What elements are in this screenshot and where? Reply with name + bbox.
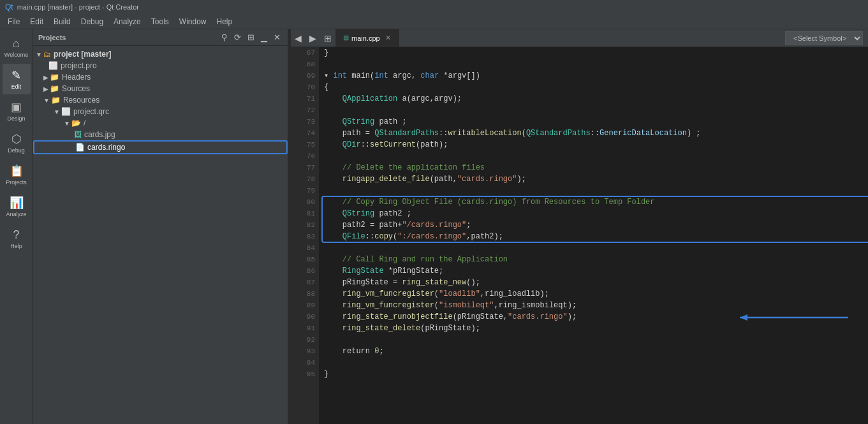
- code-line-85: // Call Ring and run the Application: [324, 254, 863, 265]
- sync-btn[interactable]: ⟳: [232, 32, 243, 43]
- edit-icon: ✎: [11, 68, 21, 82]
- debug-icon: ⬡: [11, 132, 22, 146]
- mode-help[interactable]: ? Help: [3, 223, 31, 254]
- main-layout: ⌂ Welcome ✎ Edit ▣ Design ⬡ Debug 📋 Proj…: [0, 29, 868, 424]
- mode-projects[interactable]: 📋 Projects: [3, 159, 31, 190]
- code-line-72: [324, 105, 863, 116]
- line-number-81: 81: [295, 208, 315, 219]
- minimize-btn[interactable]: ▁: [259, 32, 269, 43]
- code-line-67: }: [324, 47, 863, 59]
- slash-folder-icon: 📂: [71, 119, 81, 128]
- code-editor: 6768697071727374757677787980818283848586…: [291, 47, 868, 424]
- expand-arrow-slash: ▼: [64, 120, 70, 127]
- tree-item-resources[interactable]: ▼ 📁 Resources: [33, 94, 288, 106]
- tab-label-main-cpp: main.cpp: [351, 34, 380, 42]
- expand-arrow-resources: ▼: [43, 97, 50, 104]
- menu-build[interactable]: Build: [48, 16, 76, 27]
- tree-label-project-pro: project.pro: [61, 61, 97, 70]
- mode-design[interactable]: ▣ Design: [3, 96, 31, 126]
- tree-item-project-qrc[interactable]: ▼ ⬜ project.qrc: [33, 106, 288, 117]
- code-line-94: [324, 357, 863, 369]
- mode-help-label: Help: [10, 243, 22, 249]
- mode-sidebar: ⌂ Welcome ✎ Edit ▣ Design ⬡ Debug 📋 Proj…: [0, 29, 33, 424]
- code-wrapper[interactable]: } ▾ int main(int argc, char *argv[]){ QA…: [319, 47, 868, 424]
- tree-item-project-pro[interactable]: ⬜ project.pro: [33, 60, 288, 71]
- sources-folder-icon: 📁: [50, 84, 59, 93]
- code-line-89: ring_vm_funcregister("ismobileqt",ring_i…: [324, 300, 863, 311]
- pro-file-icon: ⬜: [48, 61, 58, 70]
- tree-label-sources: Sources: [62, 84, 90, 93]
- line-number-88: 88: [295, 288, 315, 300]
- nav-split-btn[interactable]: ⊞: [320, 31, 335, 46]
- tree-item-sources[interactable]: ▶ 📁 Sources: [33, 83, 288, 94]
- mode-welcome[interactable]: ⌂ Welcome: [3, 32, 31, 62]
- menu-tools[interactable]: Tools: [146, 16, 174, 27]
- menu-window[interactable]: Window: [174, 16, 212, 27]
- line-number-86: 86: [295, 265, 315, 277]
- tab-bar: ◀ ▶ ⊞ ⊞ main.cpp ✕ <Select Symbol>: [291, 29, 868, 47]
- line-number-91: 91: [295, 323, 315, 334]
- mode-welcome-label: Welcome: [4, 52, 28, 58]
- tab-main-cpp[interactable]: ⊞ main.cpp ✕: [335, 29, 399, 47]
- welcome-icon: ⌂: [13, 37, 20, 50]
- tree-item-cards-ringo[interactable]: 📄 cards.ringo: [33, 140, 288, 154]
- mode-edit-label: Edit: [11, 84, 22, 90]
- nav-forward-btn[interactable]: ▶: [305, 31, 320, 46]
- menu-file[interactable]: File: [3, 16, 25, 27]
- code-line-75: QDir::setCurrent(path);: [324, 139, 863, 150]
- menu-debug[interactable]: Debug: [76, 16, 108, 27]
- code-line-95: }: [324, 369, 863, 380]
- tree-item-cards-jpg[interactable]: 🖼 cards.jpg: [33, 129, 288, 140]
- code-line-71: QApplication a(argc,argv);: [324, 93, 863, 105]
- tab-close-btn[interactable]: ✕: [385, 34, 391, 42]
- line-number-79: 79: [295, 185, 315, 196]
- code-line-87: pRingState = ring_state_new();: [324, 277, 863, 288]
- tree-item-slash[interactable]: ▼ 📂 /: [33, 117, 288, 129]
- mode-debug[interactable]: ⬡ Debug: [3, 128, 31, 158]
- code-line-84: [324, 242, 863, 254]
- menu-help[interactable]: Help: [212, 16, 238, 27]
- tree-item-project-root[interactable]: ▼ 🗂 project [master]: [33, 48, 288, 60]
- tree-label-headers: Headers: [62, 73, 91, 82]
- mode-edit[interactable]: ✎ Edit: [3, 64, 31, 94]
- line-number-89: 89: [295, 300, 315, 311]
- expand-arrow-headers: ▶: [43, 74, 48, 81]
- tree-label-cards-ringo: cards.ringo: [87, 143, 125, 152]
- panel-title: Projects: [38, 34, 66, 41]
- close-panel-btn[interactable]: ✕: [272, 32, 283, 43]
- menu-edit[interactable]: Edit: [25, 16, 48, 27]
- analyze-icon: 📊: [10, 196, 24, 210]
- code-line-70: {: [324, 82, 863, 93]
- line-number-67: 67: [295, 47, 315, 59]
- expand-arrow-sources: ▶: [43, 85, 48, 92]
- split-btn[interactable]: ⊞: [246, 32, 256, 43]
- tree-item-headers[interactable]: ▶ 📁 Headers: [33, 71, 288, 83]
- code-line-88: ring_vm_funcregister("loadlib",ring_load…: [324, 288, 863, 300]
- editor-area: ◀ ▶ ⊞ ⊞ main.cpp ✕ <Select Symbol> 67686…: [291, 29, 868, 424]
- line-number-77: 77: [295, 162, 315, 173]
- menu-analyze[interactable]: Analyze: [108, 16, 146, 27]
- line-number-82: 82: [295, 219, 315, 231]
- line-number-71: 71: [295, 93, 315, 105]
- window-title: main.cpp [master] - project - Qt Creator: [17, 3, 139, 11]
- expand-arrow-qrc: ▼: [54, 108, 60, 115]
- tree-label-resources: Resources: [63, 96, 99, 105]
- menu-bar: File Edit Build Debug Analyze Tools Wind…: [0, 14, 868, 29]
- app-icon: Qt: [5, 3, 13, 11]
- headers-folder-icon: 📁: [50, 73, 59, 82]
- filter-btn[interactable]: ⚲: [219, 32, 230, 43]
- line-number-74: 74: [295, 128, 315, 139]
- line-number-76: 76: [295, 150, 315, 162]
- code-line-69: ▾ int main(int argc, char *argv[]): [324, 70, 863, 82]
- code-content[interactable]: } ▾ int main(int argc, char *argv[]){ QA…: [319, 47, 868, 380]
- tree-label-project-qrc: project.qrc: [73, 107, 109, 116]
- code-line-76: [324, 150, 863, 162]
- line-number-80: 80: [295, 196, 315, 208]
- nav-back-btn[interactable]: ◀: [291, 31, 305, 46]
- resources-folder-icon: 📁: [51, 96, 61, 105]
- symbol-select[interactable]: <Select Symbol>: [785, 31, 863, 45]
- line-number-95: 95: [295, 369, 315, 380]
- code-line-73: QString path ;: [324, 116, 863, 128]
- line-numbers: 6768697071727374757677787980818283848586…: [291, 47, 319, 424]
- mode-analyze[interactable]: 📊 Analyze: [3, 191, 31, 222]
